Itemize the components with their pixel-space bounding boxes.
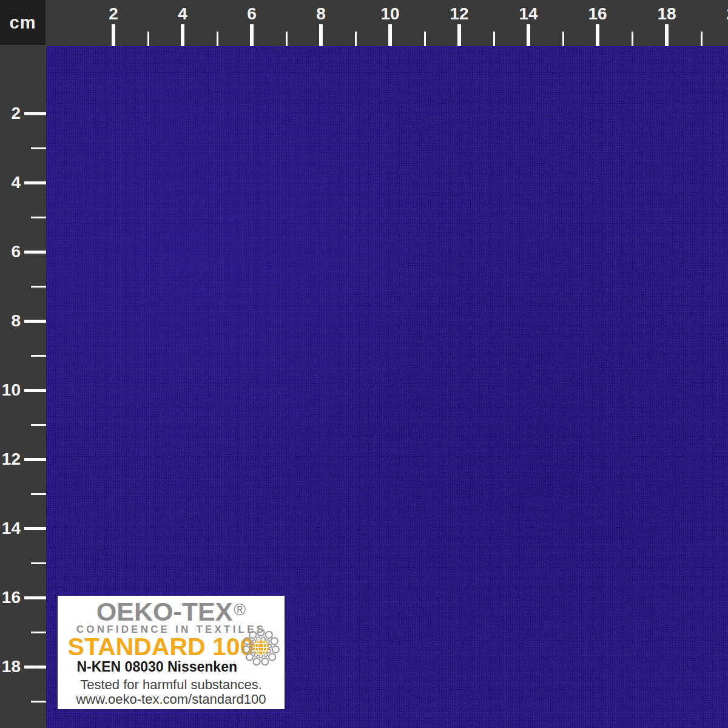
ruler-unit-text: cm xyxy=(10,13,36,33)
ruler-left: 24681012141618 xyxy=(0,46,46,728)
ruler-tick-major xyxy=(388,24,392,46)
ruler-tick-minor xyxy=(286,32,288,46)
ruler-tick-minor xyxy=(355,32,357,46)
ruler-tick-minor xyxy=(562,32,564,46)
oekotex-certification-label: OEKO-TEX® CONFIDENCE IN TEXTILES STANDAR… xyxy=(58,596,285,709)
ruler-tick-major xyxy=(665,24,669,46)
ruler-number: 2 xyxy=(0,105,21,122)
ruler-tick-minor xyxy=(424,32,426,46)
ruler-number: 4 xyxy=(0,174,21,191)
ruler-tick-major xyxy=(24,320,46,323)
registered-trademark-icon: ® xyxy=(234,601,246,619)
ruler-number: 18 xyxy=(0,658,21,675)
ruler-tick-minor xyxy=(31,493,46,495)
standard-100-text: STANDARD 100 xyxy=(58,633,264,660)
ruler-tick-minor xyxy=(217,32,218,46)
ruler-tick-major xyxy=(319,24,323,46)
ruler-number: 8 xyxy=(0,312,21,329)
ruler-tick-minor xyxy=(147,32,149,46)
ruler-tick-major xyxy=(24,181,46,184)
ruler-tick-minor xyxy=(31,147,46,149)
ruler-tick-minor xyxy=(31,217,46,218)
ruler-number: 18 xyxy=(657,4,676,24)
ruler-tick-major xyxy=(24,666,46,669)
oekotex-url-text: www.oeko-tex.com/standard100 xyxy=(58,692,285,707)
ruler-number: 16 xyxy=(588,4,607,24)
tested-substances-text: Tested for harmful substances. xyxy=(58,678,285,692)
globe-icon xyxy=(241,628,280,667)
ruler-number: 6 xyxy=(0,243,21,260)
ruler-tick-major xyxy=(24,251,46,254)
ruler-tick-major xyxy=(24,389,46,392)
ruler-tick-minor xyxy=(31,286,46,288)
ruler-tick-major xyxy=(527,24,530,46)
ruler-unit-label: cm xyxy=(0,0,46,45)
ruler-tick-major xyxy=(181,24,184,46)
ruler-tick-major xyxy=(24,458,46,461)
brand-name: OEKO-TEX xyxy=(96,597,233,626)
ruler-tick-minor xyxy=(632,32,633,46)
oekotex-brand-text: OEKO-TEX® xyxy=(58,596,285,625)
ruler-number: 10 xyxy=(0,382,21,399)
ruler-tick-major xyxy=(250,24,254,46)
ruler-number: 14 xyxy=(0,520,21,537)
certificate-number: N-KEN 08030 Nissenken xyxy=(58,659,237,675)
ruler-number: 10 xyxy=(380,4,399,24)
ruler-tick-major xyxy=(112,24,115,46)
ruler-number: 2 xyxy=(109,4,118,24)
ruler-tick-major xyxy=(24,527,46,530)
ruler-number: 12 xyxy=(450,4,468,24)
ruler-number: 6 xyxy=(247,4,257,24)
ruler-number: 4 xyxy=(178,4,187,24)
ruler-tick-major xyxy=(457,24,461,46)
ruler-number: 14 xyxy=(519,4,538,24)
ruler-top: 2468101214161820 xyxy=(0,0,728,46)
ruler-tick-major xyxy=(596,24,599,46)
ruler-number: 16 xyxy=(0,589,21,606)
ruler-number: 12 xyxy=(0,451,21,468)
ruler-tick-minor xyxy=(493,32,495,46)
ruler-tick-minor xyxy=(701,32,703,46)
ruler-tick-major xyxy=(24,112,46,115)
ruler-tick-major xyxy=(24,596,46,599)
ruler-tick-minor xyxy=(31,424,46,426)
ruler-tick-minor xyxy=(31,632,46,633)
ruler-tick-minor xyxy=(31,355,46,357)
ruler-tick-minor xyxy=(31,562,46,564)
ruler-number: 8 xyxy=(316,4,326,24)
fabric-swatch: OEKO-TEX® CONFIDENCE IN TEXTILES STANDAR… xyxy=(46,46,728,728)
fabric-swatch-viewer: 2468101214161820 24681012141618 cm xyxy=(0,0,728,728)
ruler-tick-minor xyxy=(31,701,46,703)
